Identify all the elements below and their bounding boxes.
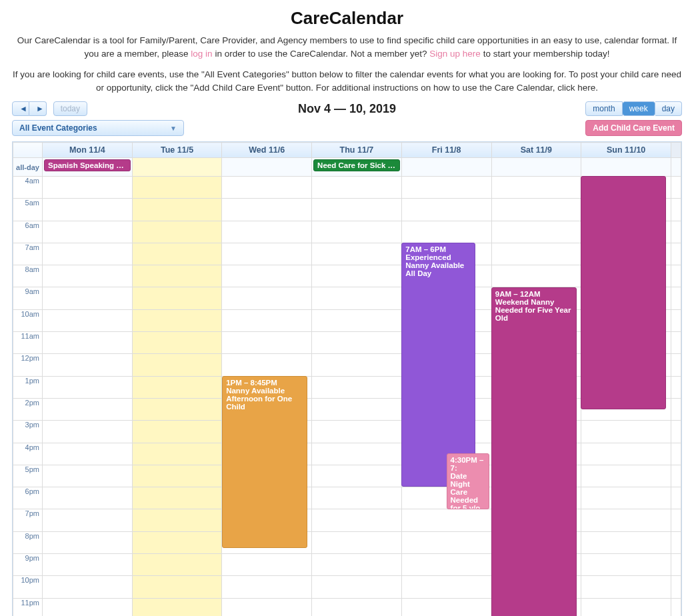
event-title: Experienced Nanny Available All Day	[405, 253, 464, 277]
hour-label: 12pm	[13, 354, 43, 376]
event-time: 1PM – 8:45PM	[226, 379, 303, 387]
calendar-toolbar: ◄ ► today Nov 4 — 10, 2019 month week da…	[12, 101, 682, 116]
page-title: CareCalendar	[12, 8, 682, 29]
today-button[interactable]: today	[53, 101, 87, 116]
add-child-care-event-button[interactable]: Add Child Care Event	[585, 120, 682, 136]
allday-cell[interactable]	[581, 158, 671, 177]
axis-header	[13, 143, 43, 158]
view-day-button[interactable]: day	[655, 101, 682, 116]
gutter-cell	[671, 487, 681, 509]
allday-cell[interactable]	[222, 158, 312, 177]
gutter-cell	[671, 421, 681, 443]
hour-label: 3pm	[13, 421, 43, 443]
view-week-button[interactable]: week	[623, 101, 655, 116]
gutter-cell	[671, 158, 681, 177]
calendar-event[interactable]: 7AM – 6PMExperienced Nanny Available All…	[401, 243, 475, 487]
prev-button[interactable]: ◄	[12, 101, 29, 116]
allday-event[interactable]: Need Care for Sick Child	[313, 159, 400, 171]
hour-label: 9pm	[13, 554, 43, 576]
event-time: 7AM – 6PM	[405, 245, 471, 253]
toolbar-row-2: All Event Categories ▼ Add Child Care Ev…	[12, 120, 682, 136]
hour-label: 11am	[13, 332, 43, 354]
chevron-down-icon: ▼	[170, 125, 177, 132]
login-link[interactable]: log in	[191, 49, 212, 59]
calendar-event[interactable]: 4:30PM – 7:Date Night Care Needed for 5 …	[447, 453, 490, 509]
hour-label: 10pm	[13, 576, 43, 598]
calendar-event[interactable]: 9AM – 12AMWeekend Nanny Needed for Five …	[491, 287, 577, 617]
gutter-cell	[671, 354, 681, 376]
day-header[interactable]: Wed 11/6	[222, 143, 312, 158]
event-title: Nanny Available Afternoon for One Child	[226, 387, 292, 411]
event-column: 1PM – 8:45PMNanny Available Afternoon fo…	[222, 176, 312, 616]
event-column: 9AM – 12AMWeekend Nanny Needed for Five …	[491, 176, 581, 616]
gutter-cell	[671, 221, 681, 243]
view-switch: month week day	[585, 101, 682, 116]
hour-label: 2pm	[13, 398, 43, 420]
events-layer: 1PM – 8:45PMNanny Available Afternoon fo…	[43, 176, 671, 616]
event-title: Date Night Care Needed for 5 y/o Twins	[451, 472, 481, 509]
hour-label: 8pm	[13, 531, 43, 553]
allday-label: all-day	[13, 158, 43, 177]
gutter-cell	[671, 177, 681, 199]
hour-label: 6am	[13, 221, 43, 243]
calendar-event[interactable]	[581, 176, 666, 409]
gutter-cell	[671, 598, 681, 616]
hour-label: 4pm	[13, 443, 43, 465]
hour-label: 4am	[13, 177, 43, 199]
allday-cell[interactable]: Need Care for Sick Child	[312, 158, 402, 177]
allday-event[interactable]: Spanish Speaking Nanny	[44, 159, 131, 171]
allday-cell[interactable]: Spanish Speaking Nanny	[43, 158, 133, 177]
view-month-button[interactable]: month	[585, 101, 622, 116]
gutter-cell	[671, 465, 681, 487]
allday-cell[interactable]	[491, 158, 581, 177]
hour-label: 11pm	[13, 598, 43, 616]
calendar-event[interactable]: 1PM – 8:45PMNanny Available Afternoon fo…	[222, 376, 307, 548]
event-title: Weekend Nanny Needed for Five Year Old	[495, 298, 571, 322]
event-time: 4:30PM – 7:	[451, 456, 486, 472]
hour-label: 9am	[13, 287, 43, 309]
event-column: 7AM – 6PMExperienced Nanny Available All…	[401, 176, 491, 616]
date-range-title: Nov 4 — 10, 2019	[12, 102, 682, 116]
hour-label: 10am	[13, 309, 43, 331]
day-header[interactable]: Tue 11/5	[132, 143, 222, 158]
intro-paragraph-1: Our CareCalendar is a tool for Family/Pa…	[12, 34, 682, 61]
gutter-cell	[671, 443, 681, 465]
day-header[interactable]: Sun 11/10	[581, 143, 671, 158]
gutter-cell	[671, 554, 681, 576]
calendar: Mon 11/4Tue 11/5Wed 11/6Thu 11/7Fri 11/8…	[12, 141, 682, 616]
hour-label: 8am	[13, 265, 43, 287]
hour-label: 7am	[13, 243, 43, 265]
hour-label: 1pm	[13, 376, 43, 398]
gutter-cell	[671, 199, 681, 221]
hour-label: 5am	[13, 199, 43, 221]
category-filter-label: All Event Categories	[19, 123, 97, 133]
event-column	[581, 176, 671, 616]
hour-label: 6pm	[13, 487, 43, 509]
gutter-cell	[671, 531, 681, 553]
event-column	[312, 176, 402, 616]
day-header[interactable]: Mon 11/4	[43, 143, 133, 158]
day-header[interactable]: Sat 11/9	[491, 143, 581, 158]
hour-label: 7pm	[13, 509, 43, 531]
gutter-cell	[671, 509, 681, 531]
event-column	[133, 176, 223, 616]
intro1-post: to start your membership today!	[483, 49, 610, 59]
allday-cell[interactable]	[132, 158, 222, 177]
category-filter-dropdown[interactable]: All Event Categories ▼	[12, 120, 184, 136]
day-header[interactable]: Thu 11/7	[312, 143, 402, 158]
intro-paragraph-2: If you are looking for child care events…	[12, 68, 682, 95]
gutter-header	[671, 143, 681, 158]
day-header[interactable]: Fri 11/8	[401, 143, 491, 158]
toolbar-left: ◄ ► today	[12, 101, 87, 116]
hour-label: 5pm	[13, 465, 43, 487]
allday-cell[interactable]	[401, 158, 491, 177]
intro1-mid: in order to use the CareCalendar. Not a …	[215, 49, 429, 59]
gutter-cell	[671, 309, 681, 331]
gutter-cell	[671, 332, 681, 354]
gutter-cell	[671, 576, 681, 598]
gutter-cell	[671, 376, 681, 398]
next-button[interactable]: ►	[29, 101, 47, 116]
gutter-cell	[671, 265, 681, 287]
gutter-cell	[671, 243, 681, 265]
signup-link[interactable]: Sign up here	[429, 49, 481, 59]
